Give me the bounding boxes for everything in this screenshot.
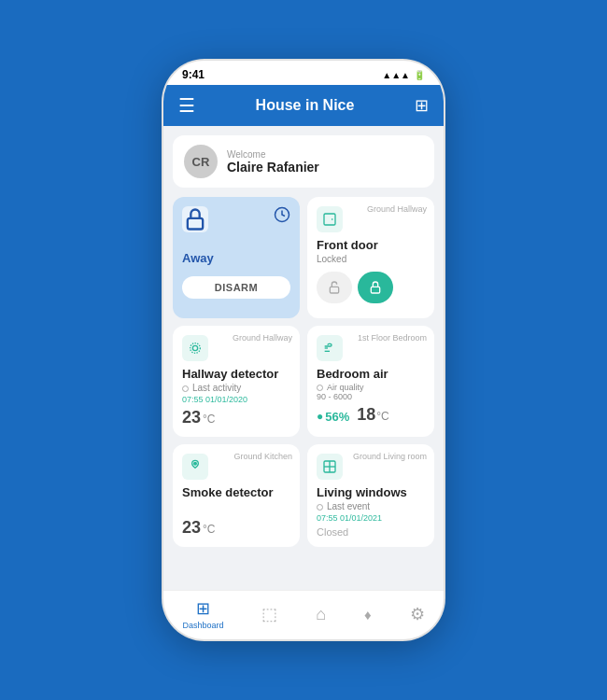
smoke-location: Ground Kitchen bbox=[233, 452, 292, 463]
droplet-icon: ● bbox=[317, 410, 323, 423]
humidity-value: 56% bbox=[325, 410, 349, 424]
air-icon bbox=[317, 335, 343, 361]
window-icon bbox=[317, 454, 343, 480]
living-timestamp: 07:55 01/01/2021 bbox=[317, 513, 425, 523]
bottom-nav: ⊞ Dashboard ⬚ ⌂ ♦ ⚙ bbox=[163, 590, 444, 639]
svg-rect-0 bbox=[188, 218, 203, 230]
avatar: CR bbox=[184, 145, 218, 178]
bedroom-unit: °C bbox=[376, 410, 388, 423]
devices-icon: ♦ bbox=[364, 607, 372, 623]
hallway-unit: °C bbox=[203, 413, 215, 426]
status-icons: ▲▲▲ 🔋 bbox=[382, 70, 425, 80]
away-card-top bbox=[182, 206, 290, 232]
home-icon: ⌂ bbox=[316, 605, 326, 624]
smoke-detector-card: Ground Kitchen Smoke detector 23 °C bbox=[173, 444, 300, 547]
away-card[interactable]: Away DISARM bbox=[173, 197, 300, 318]
front-door-title: Front door bbox=[317, 238, 425, 252]
notch bbox=[266, 61, 341, 77]
nav-settings[interactable]: ⚙ bbox=[410, 604, 425, 624]
rooms-icon: ⬚ bbox=[261, 604, 277, 624]
door-locks bbox=[317, 272, 425, 303]
hallway-temp: 23 bbox=[182, 408, 201, 427]
hallway-detector-card: Ground Hallway Hallway detector Last act… bbox=[173, 326, 300, 437]
welcome-bar: CR Welcome Claire Rafanier bbox=[173, 135, 434, 188]
nav-dashboard-label: Dashboard bbox=[182, 621, 223, 630]
menu-icon[interactable]: ☰ bbox=[178, 94, 195, 117]
dashboard-icon: ⊞ bbox=[196, 598, 210, 619]
svg-point-8 bbox=[194, 462, 197, 465]
lock-icon bbox=[182, 206, 208, 232]
lock-button[interactable] bbox=[358, 272, 393, 303]
history-icon bbox=[274, 206, 290, 227]
signal-icon: ▲▲▲ bbox=[382, 70, 410, 80]
hallway-timestamp: 07:55 01/01/2020 bbox=[182, 395, 290, 404]
bedroom-temp: 18 bbox=[357, 405, 375, 425]
status-bar: 9:41 ▲▲▲ 🔋 bbox=[163, 61, 444, 85]
living-title: Living windows bbox=[317, 485, 425, 499]
user-name: Claire Rafanier bbox=[227, 160, 319, 175]
settings-icon: ⚙ bbox=[410, 604, 425, 624]
bedroom-location: 1st Floor Bedroom bbox=[358, 333, 427, 344]
living-location: Ground Living room bbox=[353, 452, 427, 463]
hallway-location: Ground Hallway bbox=[233, 333, 292, 344]
unlock-button[interactable] bbox=[317, 272, 352, 303]
hallway-activity: Last activity bbox=[192, 383, 241, 393]
air-quality-range: 90 - 6000 bbox=[317, 392, 425, 401]
smoke-temp: 23 bbox=[182, 518, 201, 538]
grid-icon[interactable]: ⊞ bbox=[415, 95, 429, 116]
bedroom-title: Bedroom air bbox=[317, 367, 425, 381]
living-windows-card: Ground Living room Living windows Last e… bbox=[307, 444, 434, 547]
air-quality-dot bbox=[317, 385, 323, 391]
smoke-icon bbox=[182, 454, 208, 480]
front-door-location: Ground Hallway bbox=[367, 204, 427, 216]
welcome-text: Welcome Claire Rafanier bbox=[227, 149, 319, 175]
svg-point-7 bbox=[191, 343, 201, 354]
smoke-title: Smoke detector bbox=[182, 485, 290, 499]
detector-icon bbox=[182, 335, 208, 361]
nav-rooms[interactable]: ⬚ bbox=[261, 604, 277, 624]
living-activity: Last event bbox=[327, 501, 370, 511]
bedroom-air-card: 1st Floor Bedroom Bedroom air Air qualit… bbox=[307, 326, 434, 437]
activity-dot bbox=[182, 385, 189, 392]
nav-dashboard[interactable]: ⊞ Dashboard bbox=[182, 598, 223, 630]
disarm-button[interactable]: DISARM bbox=[182, 276, 290, 299]
svg-rect-2 bbox=[324, 214, 335, 225]
svg-rect-5 bbox=[371, 287, 379, 293]
door-icon bbox=[317, 206, 343, 232]
header-title: House in Nice bbox=[256, 97, 355, 114]
away-label: Away bbox=[182, 251, 290, 265]
status-time: 9:41 bbox=[182, 68, 205, 81]
battery-icon: 🔋 bbox=[414, 70, 425, 80]
front-door-card: Ground Hallway Front door Locked bbox=[307, 197, 434, 318]
living-status: Closed bbox=[317, 526, 425, 538]
app-content: CR Welcome Claire Rafanier bbox=[163, 126, 444, 590]
smoke-unit: °C bbox=[203, 523, 215, 536]
app-header: ☰ House in Nice ⊞ bbox=[163, 85, 444, 126]
nav-home[interactable]: ⌂ bbox=[316, 605, 326, 624]
nav-devices[interactable]: ♦ bbox=[364, 607, 372, 623]
event-dot bbox=[317, 504, 323, 511]
hallway-title: Hallway detector bbox=[182, 367, 290, 381]
phone-frame: 9:41 ▲▲▲ 🔋 ☰ House in Nice ⊞ CR Welcome … bbox=[163, 61, 444, 639]
svg-point-6 bbox=[192, 345, 197, 350]
svg-rect-4 bbox=[330, 287, 338, 293]
greeting-label: Welcome bbox=[227, 149, 319, 160]
cards-grid: Away DISARM Ground Hallway Front door Lo… bbox=[173, 197, 434, 547]
front-door-status: Locked bbox=[317, 254, 425, 264]
air-quality-label: Air quality bbox=[327, 383, 364, 392]
